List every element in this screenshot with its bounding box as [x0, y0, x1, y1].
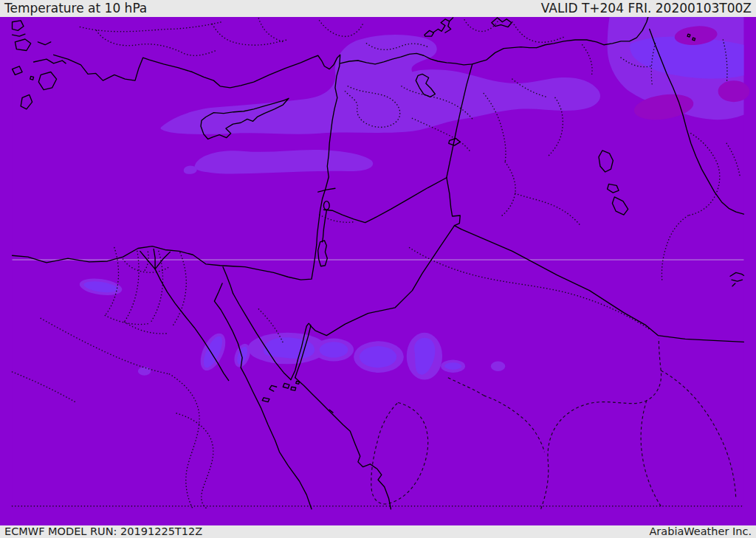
header-bar: Temperature at 10 hPa VALID T+204 FRI. 2…	[0, 0, 756, 17]
shade-halo	[491, 361, 505, 371]
shade-dark-patch	[718, 80, 750, 102]
shade-core	[360, 346, 396, 368]
shade-blob-small	[184, 166, 197, 174]
temperature-shading	[13, 17, 750, 509]
shade-core	[320, 342, 348, 357]
credit-label: ArabiaWeather Inc.	[649, 526, 752, 537]
map-title: Temperature at 10 hPa	[4, 2, 147, 15]
shade-band-south-of-cyprus	[194, 150, 373, 174]
footer-bar: ECMWF MODEL RUN: 20191225T12Z ArabiaWeat…	[0, 525, 756, 538]
valid-time-label: VALID T+204 FRI. 20200103T00Z	[541, 2, 752, 15]
map-area	[0, 17, 756, 525]
shade-core	[444, 362, 461, 370]
shade-halo	[138, 367, 151, 376]
model-run-label: ECMWF MODEL RUN: 20191225T12Z	[4, 526, 202, 537]
weather-map-screen: Temperature at 10 hPa VALID T+204 FRI. 2…	[0, 0, 756, 538]
weather-map-svg	[0, 17, 756, 525]
